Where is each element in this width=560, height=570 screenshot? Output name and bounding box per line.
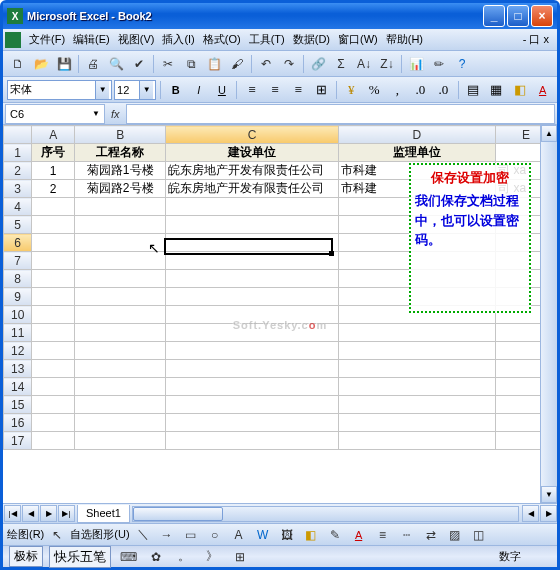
scroll-left-button[interactable]: ◀ <box>522 505 539 522</box>
ime-punct-icon[interactable]: 。 <box>173 546 195 568</box>
align-left-button[interactable]: ≡ <box>241 80 262 100</box>
cell[interactable] <box>75 414 166 432</box>
col-header-d[interactable]: D <box>338 126 495 144</box>
cell[interactable] <box>338 378 495 396</box>
paste-icon[interactable]: 📋 <box>203 53 225 75</box>
cell[interactable] <box>338 432 495 450</box>
scroll-down-button[interactable]: ▼ <box>541 486 557 503</box>
cell[interactable]: 建设单位 <box>166 144 338 162</box>
redo-icon[interactable]: ↷ <box>278 53 300 75</box>
cell[interactable] <box>166 270 338 288</box>
cell[interactable] <box>166 324 338 342</box>
cell[interactable] <box>166 288 338 306</box>
menu-window[interactable]: 窗口(W) <box>334 30 382 49</box>
cell[interactable] <box>166 414 338 432</box>
cell[interactable]: 监理单位 <box>338 144 495 162</box>
menu-format[interactable]: 格式(O) <box>199 30 245 49</box>
row-header[interactable]: 1 <box>4 144 32 162</box>
sum-icon[interactable]: Σ <box>330 53 352 75</box>
minimize-button[interactable]: _ <box>483 5 505 27</box>
draw-menu[interactable]: 绘图(R) <box>7 527 44 542</box>
comma-button[interactable]: , <box>387 80 408 100</box>
cell[interactable] <box>75 198 166 216</box>
new-icon[interactable]: 🗋 <box>7 53 29 75</box>
row-header[interactable]: 10 <box>4 306 32 324</box>
row-header[interactable]: 3 <box>4 180 32 198</box>
italic-button[interactable]: I <box>188 80 209 100</box>
chevron-down-icon[interactable]: ▼ <box>92 109 100 118</box>
cell[interactable] <box>32 288 75 306</box>
line-style-icon[interactable]: ≡ <box>372 524 394 546</box>
cell[interactable] <box>166 306 338 324</box>
cell[interactable] <box>75 252 166 270</box>
row-header[interactable]: 2 <box>4 162 32 180</box>
menu-data[interactable]: 数据(D) <box>289 30 334 49</box>
font-color-button[interactable]: A <box>532 80 553 100</box>
arrow-icon[interactable]: → <box>156 524 178 546</box>
cell[interactable] <box>75 360 166 378</box>
fill-color-button[interactable]: ◧ <box>509 80 530 100</box>
chart-icon[interactable]: 📊 <box>405 53 427 75</box>
cell[interactable] <box>166 198 338 216</box>
fill-icon[interactable]: ◧ <box>300 524 322 546</box>
line-color-icon[interactable]: ✎ <box>324 524 346 546</box>
ime-softkb-icon[interactable]: ⊞ <box>229 546 251 568</box>
help-icon[interactable]: ? <box>451 53 473 75</box>
wordart-icon[interactable]: W <box>252 524 274 546</box>
textbox-icon[interactable]: A <box>228 524 250 546</box>
line-icon[interactable]: ＼ <box>132 524 154 546</box>
menu-view[interactable]: 视图(V) <box>114 30 159 49</box>
print-icon[interactable]: 🖨 <box>82 53 104 75</box>
font-size-combo[interactable]: 12 ▼ <box>114 80 156 100</box>
oval-icon[interactable]: ○ <box>204 524 226 546</box>
menu-help[interactable]: 帮助(H) <box>382 30 427 49</box>
row-header[interactable]: 16 <box>4 414 32 432</box>
align-right-button[interactable]: ≡ <box>288 80 309 100</box>
cell[interactable] <box>32 306 75 324</box>
select-all-corner[interactable] <box>4 126 32 144</box>
cell[interactable] <box>32 270 75 288</box>
cell[interactable] <box>338 324 495 342</box>
tab-last-button[interactable]: ▶| <box>58 505 75 522</box>
ime-config-icon[interactable]: ✿ <box>145 546 167 568</box>
cell[interactable]: 菊园路2号楼 <box>75 180 166 198</box>
menu-file[interactable]: 文件(F) <box>25 30 69 49</box>
3d-icon[interactable]: ◫ <box>468 524 490 546</box>
cell[interactable]: 菊园路1号楼 <box>75 162 166 180</box>
cell[interactable] <box>75 342 166 360</box>
tab-next-button[interactable]: ▶ <box>40 505 57 522</box>
cell[interactable] <box>75 324 166 342</box>
cell[interactable] <box>75 234 166 252</box>
vertical-scrollbar[interactable]: ▲ ▼ <box>540 125 557 503</box>
drawing-icon[interactable]: ✏ <box>428 53 450 75</box>
cell[interactable] <box>32 396 75 414</box>
ime-indicator-1[interactable]: 极标 <box>9 546 43 567</box>
cell[interactable] <box>338 360 495 378</box>
chevron-down-icon[interactable]: ▼ <box>139 81 153 99</box>
name-box[interactable]: C6 ▼ <box>5 104 105 124</box>
row-header[interactable]: 17 <box>4 432 32 450</box>
cell[interactable] <box>75 288 166 306</box>
col-header-a[interactable]: A <box>32 126 75 144</box>
cell[interactable]: 皖东房地产开发有限责任公司 <box>166 180 338 198</box>
rectangle-icon[interactable]: ▭ <box>180 524 202 546</box>
col-header-b[interactable]: B <box>75 126 166 144</box>
cell[interactable] <box>32 324 75 342</box>
formula-bar[interactable] <box>126 104 555 124</box>
borders-button[interactable]: ▦ <box>486 80 507 100</box>
shadow-icon[interactable]: ▨ <box>444 524 466 546</box>
row-header[interactable]: 12 <box>4 342 32 360</box>
open-icon[interactable]: 📂 <box>30 53 52 75</box>
ime-width-icon[interactable]: 》 <box>201 546 223 568</box>
cut-icon[interactable]: ✂ <box>157 53 179 75</box>
cell[interactable] <box>166 432 338 450</box>
cell[interactable] <box>338 342 495 360</box>
maximize-button[interactable]: □ <box>507 5 529 27</box>
row-header[interactable]: 15 <box>4 396 32 414</box>
dash-style-icon[interactable]: ┄ <box>396 524 418 546</box>
row-header[interactable]: 9 <box>4 288 32 306</box>
cell[interactable]: 序号 <box>32 144 75 162</box>
sort-asc-icon[interactable]: A↓ <box>353 53 375 75</box>
cell[interactable] <box>32 342 75 360</box>
row-header[interactable]: 8 <box>4 270 32 288</box>
